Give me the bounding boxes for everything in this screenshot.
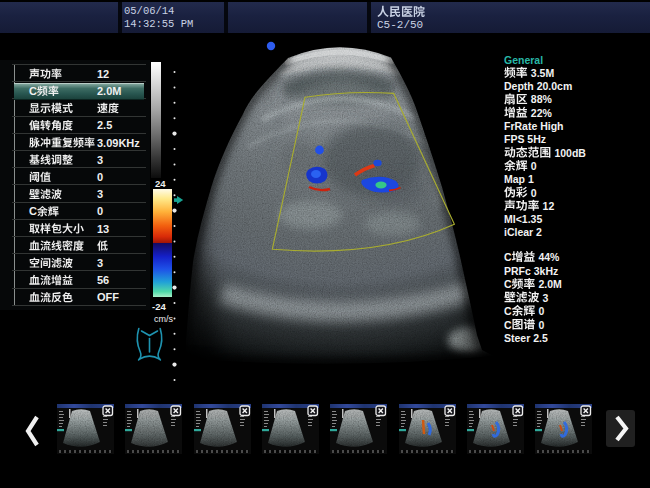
svg-text:MI<1.35: MI<1.35 (504, 213, 542, 225)
svg-text:C: C (29, 85, 37, 97)
svg-text:3: 3 (97, 154, 103, 166)
svg-text:44%: 44% (538, 251, 560, 263)
svg-text:3: 3 (97, 257, 103, 269)
svg-text:FrRate High: FrRate High (504, 120, 564, 132)
svg-text:cm/s: cm/s (154, 314, 173, 324)
svg-text:2.5: 2.5 (97, 119, 112, 131)
svg-text:Depth 20.0cm: Depth 20.0cm (504, 80, 572, 92)
svg-text:C: C (504, 319, 512, 331)
svg-text:General: General (504, 54, 543, 66)
svg-text:22%: 22% (531, 107, 553, 119)
svg-text:C: C (504, 278, 512, 290)
svg-text:12: 12 (543, 200, 555, 212)
svg-text:2.0M: 2.0M (97, 85, 121, 97)
svg-text:56: 56 (97, 274, 109, 286)
svg-text:3.09KHz: 3.09KHz (97, 137, 140, 149)
svg-text:3: 3 (543, 292, 549, 304)
svg-text:0: 0 (97, 171, 103, 183)
svg-text:C: C (504, 251, 512, 263)
svg-text:FPS 5Hz: FPS 5Hz (504, 133, 546, 145)
svg-text:0: 0 (538, 319, 544, 331)
svg-text:100dB: 100dB (554, 147, 586, 159)
svg-text:C5-2/50: C5-2/50 (377, 19, 423, 31)
svg-text:3.5M: 3.5M (531, 67, 555, 79)
svg-text:13: 13 (97, 223, 109, 235)
svg-text:0: 0 (97, 205, 103, 217)
svg-text:PRFc 3kHz: PRFc 3kHz (504, 265, 558, 277)
svg-text:0: 0 (531, 187, 537, 199)
svg-text:14:32:55 PM: 14:32:55 PM (124, 18, 193, 30)
svg-text:0: 0 (538, 305, 544, 317)
svg-text:24: 24 (155, 178, 166, 189)
svg-text:88%: 88% (531, 93, 553, 105)
svg-text:3: 3 (97, 188, 103, 200)
svg-text:C: C (29, 205, 37, 217)
svg-text:05/06/14: 05/06/14 (124, 5, 174, 17)
svg-text:-24: -24 (152, 301, 166, 312)
svg-text:2.0M: 2.0M (538, 278, 562, 290)
svg-text:OFF: OFF (97, 291, 119, 303)
svg-text:Steer 2.5: Steer 2.5 (504, 332, 548, 344)
svg-text:Map 1: Map 1 (504, 173, 534, 185)
svg-text:0: 0 (531, 160, 537, 172)
svg-text:C: C (504, 305, 512, 317)
svg-text:12: 12 (97, 68, 109, 80)
svg-text:iClear 2: iClear 2 (504, 226, 542, 238)
